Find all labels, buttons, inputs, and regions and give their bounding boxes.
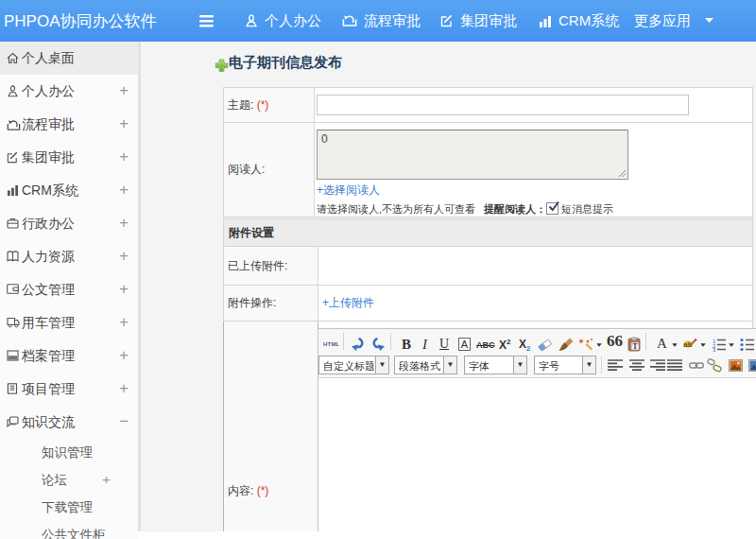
svg-text:T: T: [632, 342, 637, 351]
svg-text:3: 3: [713, 347, 716, 352]
